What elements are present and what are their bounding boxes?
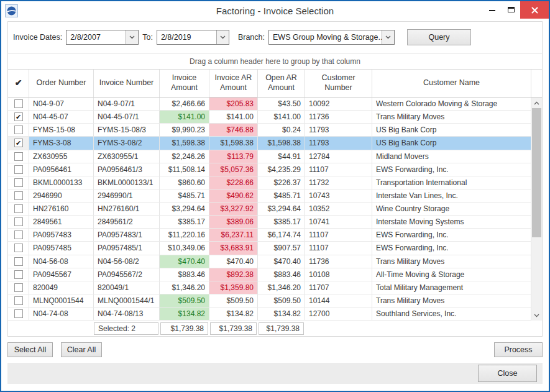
row-checkbox[interactable] [14,296,23,305]
row-checkbox[interactable] [14,244,23,252]
select-column-header[interactable]: ✔ [8,70,29,97]
invoice-ar-amount-cell: $228.66 [209,176,258,189]
customer-number-cell: 10741 [305,216,372,228]
date-to-picker[interactable]: 2/8/2019 [157,30,229,45]
row-checkbox[interactable] [14,270,23,279]
open-ar-amount-cell: $385.17 [258,216,305,228]
clear-all-button[interactable]: Clear All [61,342,102,357]
customer-number-header[interactable]: Customer Number [305,70,372,97]
vertical-scrollbar[interactable] [531,98,542,321]
row-checkbox-cell: ✔ [8,111,29,123]
factoring-invoice-selection-window: Factoring - Invoice Selection [0,0,550,392]
invoice-number-cell: BKML0000133/1 [94,176,160,189]
row-checkbox[interactable]: ✔ [14,112,23,121]
date-from-picker[interactable]: 2/8/2007 [66,30,139,45]
row-checkbox[interactable] [14,257,23,266]
invoice-ar-amount-cell: $490.62 [209,189,258,202]
row-checkbox[interactable]: ✔ [14,139,23,147]
open-ar-amount-cell: $883.46 [258,268,305,281]
customer-name-cell: Trans Military Moves [372,294,531,307]
open-ar-total: $1,739.38 [259,322,304,335]
row-checkbox[interactable] [14,99,23,108]
order-number-cell: PA0945567 [29,268,94,281]
table-row[interactable]: 29469902946990/1$485.71$490.62$485.71107… [8,189,531,203]
scrollbar-thumb[interactable] [532,108,541,237]
group-by-drop-zone[interactable]: Drag a column header here to group by th… [8,53,542,70]
maximize-button[interactable] [502,1,520,17]
table-row[interactable]: PA0957485PA0957485/1$10,349.06$3,683.91$… [8,242,531,255]
invoice-amount-cell: $385.17 [160,216,209,228]
grid-body: N04-9-07N04-9-07/1$2,466.66$205.83$43.50… [8,98,542,321]
invoice-number-cell: N04-56-08/2 [94,255,160,268]
order-number-cell: N04-74-08 [29,308,94,320]
scroll-up-button[interactable] [531,98,542,108]
customer-number-cell: 11107 [305,163,372,176]
open-ar-amount-header[interactable]: Open AR Amount [258,70,305,97]
table-row[interactable]: ✔FYMS-3-08FYMS-3-08/2$1,598.38$1,598.38$… [8,137,531,150]
row-checkbox-cell [8,150,29,163]
table-row[interactable]: MLNQ0001544MLNQ0001544/1$509.50$509.50$5… [8,294,531,308]
customer-name-cell: EWS Forwarding, Inc. [372,163,531,176]
date-to-value: 2/8/2019 [157,30,216,44]
branch-label: Branch: [238,33,265,42]
invoice-amount-cell: $1,598.38 [160,137,209,149]
row-checkbox[interactable] [14,152,23,161]
invoice-ar-amount-cell: $470.40 [209,255,258,268]
customer-number-cell: 11793 [305,137,372,149]
process-button[interactable]: Process [494,342,543,357]
row-checkbox[interactable] [14,125,23,134]
chevron-down-icon [385,35,391,39]
minimize-button[interactable] [483,1,502,17]
table-row[interactable]: N04-9-07N04-9-07/1$2,466.66$205.83$43.50… [8,98,531,111]
select-all-button[interactable]: Select All [7,342,53,357]
table-row[interactable]: ✔N04-45-07N04-45-07/1$141.00$141.00$141.… [8,111,531,124]
grid-summary-row: Selected: 2 $1,739.38 $1,739.38 $1,739.3… [8,321,542,336]
table-row[interactable]: PA0945567PA0945567/2$883.46$892.38$883.4… [8,268,531,281]
order-number-header[interactable]: Order Number [29,70,94,97]
table-row[interactable]: 820049820049/1$1,346.20$1,359.80$1,346.2… [8,281,531,294]
table-row[interactable]: PA0956461PA0956461/3$11,508.14$5,057.36$… [8,163,531,176]
row-checkbox[interactable] [14,283,23,292]
close-window-button[interactable] [520,1,549,19]
row-checkbox[interactable] [14,230,23,239]
row-checkbox[interactable] [14,165,23,174]
invoice-number-cell: PA0957485/1 [94,242,160,254]
row-checkbox[interactable] [14,191,23,200]
minimize-icon [489,10,495,11]
invoice-number-cell: ZX630955/1 [94,150,160,163]
customer-name-header[interactable]: Customer Name [372,70,531,97]
invoice-ar-amount-header[interactable]: Invoice AR Amount [209,70,258,97]
row-checkbox[interactable] [14,204,23,213]
row-checkbox[interactable] [14,309,23,318]
invoice-amount-cell: $2,466.66 [160,98,209,110]
branch-dropdown[interactable] [382,30,394,44]
table-row[interactable]: N04-74-08N04-74-08/13$134.82$134.82$134.… [8,308,531,321]
table-row[interactable]: 28495612849561/2$385.17$389.06$385.17107… [8,216,531,229]
table-row[interactable]: HN276160HN276160/1$3,294.64$3,327.92$3,2… [8,203,531,216]
table-row[interactable]: ZX630955ZX630955/1$2,246.26$113.79$44.91… [8,150,531,163]
invoice-ar-amount-cell: $3,683.91 [209,242,258,254]
table-row[interactable]: BKML0000133BKML0000133/1$860.60$228.66$2… [8,176,531,189]
row-checkbox-cell [8,281,29,294]
row-checkbox[interactable] [14,217,23,226]
close-button[interactable]: Close [478,365,537,382]
invoice-amount-header[interactable]: Invoice Amount [160,70,209,97]
order-number-cell: N04-56-08 [29,255,94,268]
table-row[interactable]: N04-56-08N04-56-08/2$470.40$470.40$470.4… [8,255,531,268]
invoice-amount-cell: $883.46 [160,268,209,281]
row-checkbox[interactable] [14,178,23,187]
table-row[interactable]: FYMS-15-08FYMS-15-08/3$9,990.23$746.88$0… [8,124,531,137]
order-number-cell: HN276160 [29,203,94,215]
table-row[interactable]: PA0957483PA0957483/1$11,220.16$6,237.11$… [8,229,531,242]
customer-number-cell: 12700 [305,308,372,320]
date-from-dropdown[interactable] [126,30,138,44]
customer-number-cell: 10092 [305,98,372,110]
branch-select[interactable]: EWS Group Moving & Storage... [268,30,395,45]
customer-name-cell: Transportation International [372,176,531,189]
invoice-number-cell: N04-9-07/1 [94,98,160,110]
date-to-dropdown[interactable] [216,30,229,44]
invoice-number-cell: 2849561/2 [94,216,160,228]
query-button[interactable]: Query [407,29,471,45]
invoice-number-header[interactable]: Invoice Number [94,70,160,97]
scroll-down-button[interactable] [531,310,542,321]
